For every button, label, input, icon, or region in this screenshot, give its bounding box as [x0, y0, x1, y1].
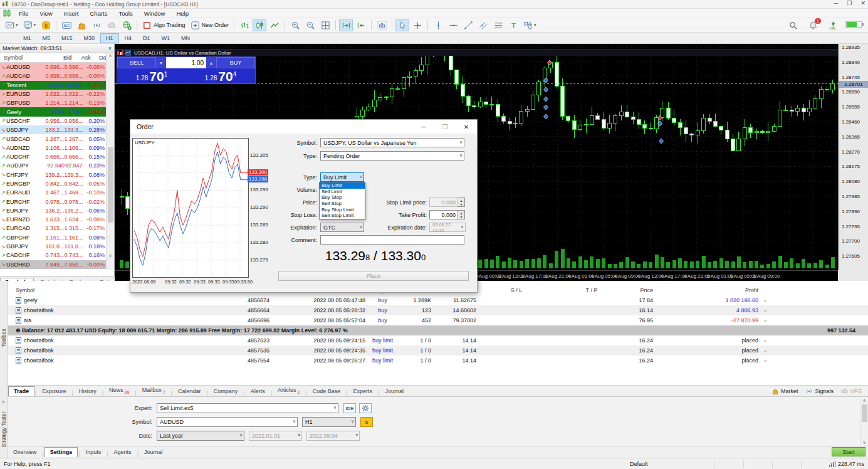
market-watch-row[interactable]: ↗EURGBP0.842...0.842...-0.05% [0, 179, 107, 188]
profiles-icon[interactable]: ▾ [21, 19, 38, 31]
tab-news[interactable]: News 99 [104, 386, 134, 396]
close-position-icon[interactable]: × [758, 298, 772, 303]
tester-tab-journal[interactable]: Journal [139, 448, 168, 457]
signals-icon[interactable] [90, 19, 103, 31]
timeframe-m15[interactable]: M15 [56, 33, 78, 43]
notifications-icon[interactable]: 1 [806, 19, 820, 31]
crosshair-icon[interactable] [410, 19, 424, 31]
table-row[interactable]: aia48566962022.08.05 05:57:04buy45279.37… [8, 315, 868, 325]
autoscroll-icon[interactable] [339, 19, 353, 31]
expiration-date-field[interactable]: 05.08.22 14:32∨ [429, 223, 466, 232]
order-dialog-titlebar[interactable]: Order ─ ❐ ✕ [130, 120, 477, 134]
menu-insert[interactable]: Insert [58, 10, 85, 17]
dialog-maximize-icon[interactable]: ❐ [434, 120, 456, 134]
signals-button[interactable]: Signals [805, 387, 834, 395]
start-button[interactable]: Start [832, 447, 865, 456]
cloud-icon[interactable] [105, 19, 118, 31]
comment-field[interactable] [320, 235, 464, 245]
zoomout-icon[interactable] [303, 19, 317, 31]
minimize-icon[interactable]: ─ [834, 0, 838, 6]
timeframe-d1[interactable]: D1 [137, 33, 156, 43]
ide-icon[interactable]: IDE [60, 19, 73, 31]
dropdown-option-buy-stop[interactable]: Buy Stop [320, 194, 365, 201]
dropdown-option-sell-stop[interactable]: Sell Stop [320, 201, 365, 207]
hline-icon[interactable] [446, 19, 460, 31]
mw-column-0[interactable]: Symbol [0, 55, 51, 61]
tab-trade[interactable]: Trade [8, 386, 34, 396]
camera-icon[interactable] [375, 19, 389, 31]
volume-down-icon[interactable]: ▼ [156, 57, 166, 68]
tester-scrollbar[interactable]: ∧∨ [860, 398, 868, 446]
cursor-icon[interactable] [395, 19, 409, 31]
menu-file[interactable]: File [13, 10, 34, 17]
sell-button[interactable]: SELL [117, 57, 156, 68]
market-watch-row[interactable]: ↗GBPCHF1.161...1.161...0.08% [0, 233, 107, 242]
market-watch-row[interactable]: ↗USDCHF0.956...0.956...0.20% [0, 117, 107, 125]
market-watch-row[interactable]: ↘EURNZD1.623...1.624...-0.08% [0, 215, 107, 224]
table-row[interactable]: chowtaifook48575542022.08.05 09:26:27buy… [8, 356, 868, 366]
search-icon[interactable] [786, 19, 800, 31]
tester-tab-agents[interactable]: Agents [109, 448, 137, 457]
close-position-icon[interactable]: × [758, 348, 772, 354]
tab-experts[interactable]: Experts [348, 387, 378, 396]
symbol-info-button[interactable]: $ [360, 417, 373, 427]
timeframe-m30[interactable]: M30 [78, 33, 101, 43]
dropdown-option-buy-stop-limit[interactable]: Buy Stop Limit [320, 206, 365, 213]
dropdown-option-sell-limit[interactable]: Sell Limit [320, 189, 365, 195]
market-watch-row[interactable]: ↗EURCHF0.978...0.978...-0.02% [0, 197, 107, 206]
order-type-select[interactable]: Buy Limit∨ [320, 172, 364, 182]
chart-type-icon[interactable]: ▾ [3, 19, 20, 31]
market-watch-row[interactable]: ↘GBPJPY161.8...161.8...0.18% [0, 242, 107, 251]
market-watch-row[interactable]: ↗EURUSD1.022...1.022...-0.22% [0, 90, 107, 98]
fibo-icon[interactable] [491, 19, 505, 31]
table-row[interactable]: chowtaifook48575352022.08.05 09:24:35buy… [8, 345, 868, 356]
tester-tab-overview[interactable]: Overview [8, 448, 42, 457]
menu-tools[interactable]: Tools [113, 10, 138, 17]
market-watch-row[interactable]: ↘USDHKD7.849...7.850...-0.00% [0, 260, 107, 269]
coin-icon[interactable]: $ [39, 19, 53, 31]
linechart-icon[interactable] [268, 19, 281, 31]
tile-icon[interactable] [318, 19, 332, 31]
chevron-down-icon[interactable]: ▾ [16, 23, 18, 28]
neworder-icon[interactable]: New Order [189, 19, 231, 31]
dropdown-option-sell-stop-limit[interactable]: Sell Stop Limit [320, 213, 365, 219]
close-position-icon[interactable]: × [758, 308, 772, 314]
vps-button[interactable]: VPS [841, 387, 862, 395]
candles-icon[interactable] [253, 19, 266, 31]
table-row[interactable]: geely48566742022.08.05 05:47:48buy1.289K… [8, 295, 868, 305]
dialog-close-icon[interactable]: ✕ [456, 120, 477, 134]
tab-code-base[interactable]: Code Base [308, 387, 346, 396]
menu-window[interactable]: Window [139, 10, 171, 17]
date-range-select[interactable]: Last year∨ [157, 431, 244, 441]
market-watch-row[interactable]: ↘AUDNZD1.106...1.106...0.09% [0, 144, 107, 152]
tab-mailbox[interactable]: Mailbox 7 [137, 386, 170, 396]
timeframe-w1[interactable]: W1 [156, 33, 176, 43]
profile-name[interactable]: Default [630, 461, 648, 467]
toolbox-sidebar[interactable]: Toolbox [0, 281, 8, 396]
trade-col-8[interactable]: Price [627, 287, 653, 293]
market-watch-row[interactable]: ↘USDJPY133.2...133.3...0.28% [0, 125, 107, 134]
close-icon[interactable]: ✕ [860, 0, 865, 6]
date-to-field[interactable]: 2022.08.04▾ [306, 431, 360, 441]
ide-button[interactable]: IDE [343, 403, 356, 413]
market-button[interactable]: Market [771, 387, 798, 395]
volume-up-icon[interactable]: ▲ [206, 57, 216, 68]
market-watch-row[interactable]: ↗Tencent308.60309.00-0.93% [0, 81, 107, 90]
globe-icon[interactable] [120, 19, 133, 31]
market-watch-row[interactable]: ↗AUDCHF0.666...0.666...0.15% [0, 152, 107, 161]
timeframe-m1[interactable]: M1 [18, 33, 37, 43]
chevron-down-icon[interactable]: ▾ [534, 23, 536, 28]
market-watch-row[interactable]: ↗AUDJPY92.84092.8470.23% [0, 161, 107, 170]
timeframe-h1[interactable]: H1 [100, 33, 119, 43]
market-watch-row[interactable]: ↗USDCAD1.287...1.287...0.05% [0, 134, 107, 143]
date-from-field[interactable]: 2022.01.01▾ [249, 431, 302, 441]
connection-status[interactable]: 228.47 ms [829, 461, 864, 467]
market-watch-row[interactable]: ↗GBPUSD1.214...1.214...-0.13% [0, 98, 107, 107]
symbol-field[interactable]: USDJPY, US Dollar vs Japanese Yen∨ [320, 138, 464, 147]
tab-company[interactable]: Company [209, 387, 243, 396]
bars-icon[interactable] [238, 19, 251, 31]
stop-limit-price-field[interactable]: 0.000 [429, 198, 458, 207]
place-button[interactable]: Place [278, 271, 469, 281]
tester-close-icon[interactable]: × [2, 399, 5, 404]
market-watch-row[interactable]: ↗CADCHF0.743...0.743...0.16% [0, 251, 107, 260]
